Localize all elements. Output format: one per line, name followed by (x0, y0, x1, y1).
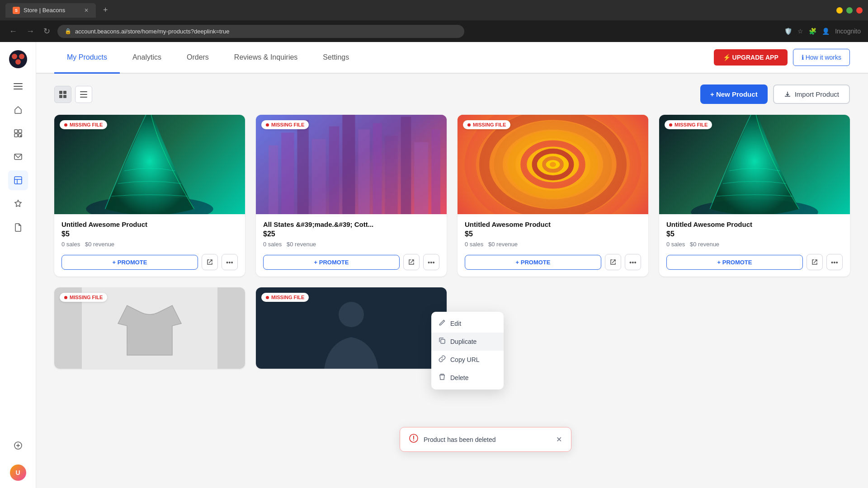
main-content: + New Product Import Product MISSING FIL… (36, 74, 868, 488)
toast-close-btn[interactable]: ✕ (556, 435, 562, 444)
context-menu-edit[interactable]: Edit (431, 314, 504, 333)
product-image-6: MISSING FILE (256, 287, 447, 369)
top-nav: My Products Analytics Orders Reviews & I… (36, 42, 868, 74)
trash-icon (439, 373, 446, 382)
lock-icon: 🔒 (65, 28, 71, 34)
sidebar-mail-icon[interactable] (8, 147, 28, 167)
product-info: All States &#39;made.&#39; Cott... $25 0… (256, 214, 447, 277)
url-text: account.beacons.ai/store/home/my-product… (75, 28, 229, 35)
sidebar-menu-icon[interactable] (8, 76, 28, 96)
duplicate-icon (439, 337, 446, 346)
product-card: MISSING FILE (54, 287, 245, 369)
sidebar-add-icon[interactable] (8, 436, 28, 455)
svg-point-59 (413, 440, 414, 441)
tab-close-btn[interactable]: ✕ (84, 7, 89, 14)
list-view-btn[interactable] (75, 86, 92, 103)
missing-dot (266, 123, 269, 127)
missing-dot (266, 296, 269, 299)
svg-point-2 (19, 54, 24, 59)
address-bar-actions: 🛡️ ☆ 🧩 👤 Incognito (784, 28, 861, 35)
upgrade-app-button[interactable]: ⚡ UPGRADE APP (714, 49, 788, 66)
product-name: Untitled Awesome Product (666, 221, 843, 228)
new-product-button[interactable]: + New Product (700, 84, 768, 104)
missing-file-badge: MISSING FILE (463, 120, 510, 129)
context-menu-copy-url[interactable]: Copy URL (431, 351, 504, 369)
new-tab-btn[interactable]: + (99, 4, 112, 17)
product-card: MISSING FILE (659, 115, 850, 277)
external-link-btn[interactable] (403, 254, 420, 270)
svg-point-55 (339, 302, 364, 327)
sidebar-file-icon[interactable] (8, 217, 28, 237)
context-menu-delete[interactable]: Delete (431, 369, 504, 387)
svg-line-26 (209, 260, 212, 263)
maximize-btn[interactable] (846, 7, 853, 14)
sidebar-favorites-icon[interactable] (8, 194, 28, 214)
svg-line-50 (612, 260, 615, 263)
promote-button[interactable]: + PROMOTE (666, 255, 803, 270)
nav-orders[interactable]: Orders (174, 42, 222, 74)
more-options-btn[interactable]: ••• (826, 254, 843, 270)
more-options-btn[interactable]: ••• (423, 254, 439, 270)
product-actions: + PROMOTE ••• (263, 254, 439, 270)
svg-rect-6 (14, 89, 23, 89)
product-actions: + PROMOTE ••• (61, 254, 238, 270)
tab-title: Store | Beacons (24, 7, 65, 14)
missing-dot (64, 296, 67, 299)
close-btn[interactable] (856, 7, 863, 14)
more-options-btn[interactable]: ••• (222, 254, 238, 270)
nav-analytics[interactable]: Analytics (120, 42, 174, 74)
svg-point-1 (12, 54, 17, 59)
extensions-icon[interactable]: 🧩 (809, 28, 816, 35)
svg-rect-10 (19, 134, 22, 137)
svg-rect-8 (19, 130, 22, 133)
sidebar-store-icon[interactable] (8, 170, 28, 190)
import-product-button[interactable]: Import Product (773, 84, 850, 104)
svg-rect-14 (14, 177, 22, 184)
more-options-btn[interactable]: ••• (625, 254, 641, 270)
products-grid: MISSING FILE (54, 115, 850, 277)
context-menu-duplicate[interactable]: Duplicate (431, 333, 504, 351)
product-card: MISSING FILE (458, 115, 648, 277)
grid-view-btn[interactable] (54, 86, 71, 103)
nav-right-actions: ⚡ UPGRADE APP ℹ How it works (714, 49, 850, 66)
product-image-2: MISSING FILE (256, 115, 447, 214)
nav-my-products[interactable]: My Products (54, 42, 120, 74)
sidebar-home-icon[interactable] (8, 100, 28, 120)
external-link-btn[interactable] (605, 254, 621, 270)
product-price: $25 (263, 230, 439, 238)
product-stats: 0 sales $0 revenue (61, 241, 238, 248)
toast-warning-icon (409, 434, 418, 445)
edit-icon (439, 319, 446, 328)
user-avatar[interactable]: U (10, 465, 26, 481)
svg-rect-35 (373, 123, 382, 214)
minimize-btn[interactable] (836, 7, 843, 14)
svg-rect-29 (281, 133, 294, 214)
promote-button[interactable]: + PROMOTE (465, 255, 601, 270)
svg-rect-9 (14, 134, 18, 137)
product-stats: 0 sales $0 revenue (263, 241, 439, 248)
svg-rect-34 (358, 130, 369, 214)
missing-file-badge: MISSING FILE (60, 120, 107, 129)
promote-button[interactable]: + PROMOTE (263, 255, 400, 270)
external-link-btn[interactable] (202, 254, 218, 270)
url-bar[interactable]: 🔒 account.beacons.ai/store/home/my-produ… (57, 25, 464, 38)
refresh-btn[interactable]: ↻ (42, 24, 52, 38)
product-price: $5 (61, 230, 238, 238)
nav-reviews[interactable]: Reviews & Inquiries (222, 42, 311, 74)
svg-rect-33 (342, 115, 355, 214)
external-link-btn[interactable] (807, 254, 823, 270)
nav-settings[interactable]: Settings (310, 42, 362, 74)
product-card: MISSING FILE (54, 115, 245, 277)
forward-btn[interactable]: → (24, 25, 36, 38)
app-logo[interactable] (8, 49, 28, 69)
profile-icon[interactable]: 👤 (822, 28, 830, 35)
shield-icon: 🛡️ (784, 28, 792, 35)
svg-rect-20 (59, 95, 62, 98)
how-it-works-button[interactable]: ℹ How it works (793, 49, 850, 66)
promote-button[interactable]: + PROMOTE (61, 255, 198, 270)
browser-tab[interactable]: S Store | Beacons ✕ (5, 3, 96, 18)
address-bar: ← → ↻ 🔒 account.beacons.ai/store/home/my… (0, 20, 868, 42)
bookmark-icon[interactable]: ☆ (797, 28, 803, 35)
sidebar-grid-icon[interactable] (8, 123, 28, 143)
back-btn[interactable]: ← (7, 25, 19, 38)
